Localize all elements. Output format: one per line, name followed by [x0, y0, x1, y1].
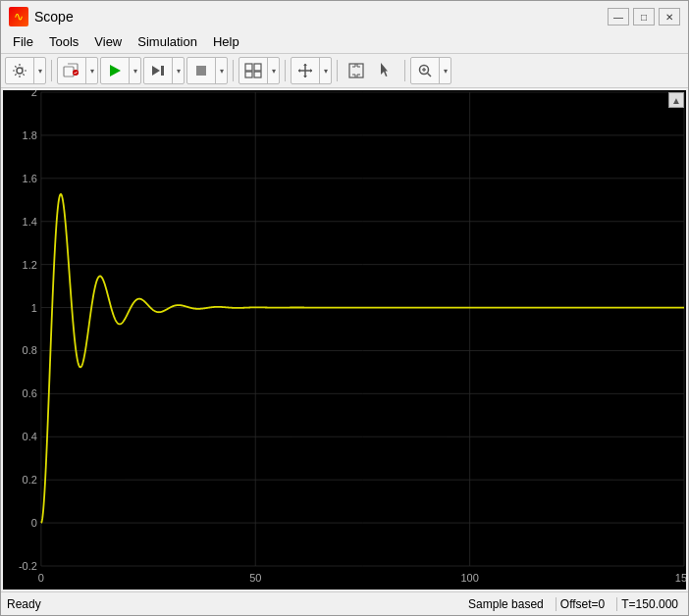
settings-button[interactable]	[6, 58, 33, 83]
separator-3	[285, 60, 286, 81]
svg-rect-8	[254, 64, 261, 71]
step-group: ▾	[143, 57, 185, 84]
minimize-button[interactable]: —	[608, 8, 629, 26]
status-ready: Ready	[7, 597, 41, 611]
svg-rect-6	[196, 66, 206, 76]
scroll-top-icon[interactable]: ▲	[668, 92, 684, 108]
settings-group: ▾	[5, 57, 46, 84]
zoom-button[interactable]	[411, 58, 439, 83]
separator-4	[337, 60, 338, 81]
svg-rect-7	[245, 64, 252, 71]
stop-button[interactable]	[187, 58, 215, 83]
separator-1	[51, 60, 52, 81]
toolbar: ▾ ▾ ▾	[1, 54, 688, 88]
menu-view[interactable]: View	[86, 32, 130, 51]
plot-area[interactable]: ▲ 2 1.8 1.6 1.	[3, 90, 686, 590]
play-group: ▾	[100, 57, 141, 84]
svg-rect-10	[254, 72, 261, 77]
status-offset: Offset=0	[556, 597, 609, 611]
layout-button[interactable]	[239, 58, 267, 83]
settings-arrow[interactable]: ▾	[33, 58, 45, 83]
zoom-arrow[interactable]: ▾	[439, 58, 450, 83]
cursor-button[interactable]	[372, 58, 399, 83]
open-model-button[interactable]	[58, 58, 85, 83]
maximize-button[interactable]: □	[633, 8, 655, 26]
separator-5	[404, 60, 405, 81]
menu-bar: File Tools View Simulation Help	[1, 30, 688, 54]
svg-rect-1	[64, 67, 74, 77]
title-bar: Scope — □ ✕	[1, 1, 688, 30]
status-right: Sample based Offset=0 T=150.000	[464, 597, 682, 611]
stop-arrow[interactable]: ▾	[215, 58, 227, 83]
stop-group: ▾	[186, 57, 228, 84]
svg-rect-9	[245, 72, 252, 77]
menu-tools[interactable]: Tools	[41, 32, 86, 51]
zoom-fit-button[interactable]	[343, 58, 370, 83]
step-arrow[interactable]: ▾	[172, 58, 184, 83]
scope-canvas	[3, 90, 686, 590]
play-arrow[interactable]: ▾	[129, 58, 140, 83]
menu-simulation[interactable]: Simulation	[130, 32, 205, 51]
svg-rect-5	[161, 66, 164, 76]
status-time: T=150.000	[616, 597, 682, 611]
separator-2	[233, 60, 234, 81]
window-title: Scope	[34, 9, 74, 25]
play-button[interactable]	[101, 58, 129, 83]
pan-group: ▾	[291, 57, 332, 84]
svg-marker-3	[110, 65, 121, 77]
open-arrow[interactable]: ▾	[85, 58, 97, 83]
status-bar: Ready Sample based Offset=0 T=150.000	[1, 591, 688, 615]
pan-arrow[interactable]: ▾	[319, 58, 331, 83]
status-sample-based: Sample based	[464, 597, 548, 611]
svg-line-13	[428, 74, 432, 77]
zoom-group: ▾	[410, 57, 451, 84]
menu-help[interactable]: Help	[205, 32, 247, 51]
app-icon	[9, 7, 28, 26]
close-button[interactable]: ✕	[659, 8, 680, 26]
pan-button[interactable]	[292, 58, 319, 83]
svg-marker-4	[152, 66, 160, 76]
sim-open-group: ▾	[57, 57, 98, 84]
window-controls: — □ ✕	[608, 8, 680, 26]
title-bar-left: Scope	[9, 7, 74, 26]
menu-file[interactable]: File	[5, 32, 41, 51]
main-window: Scope — □ ✕ File Tools View Simulation H…	[0, 0, 689, 616]
step-button[interactable]	[144, 58, 172, 83]
svg-rect-11	[349, 64, 363, 77]
layout-arrow[interactable]: ▾	[267, 58, 279, 83]
layout-group: ▾	[238, 57, 280, 84]
